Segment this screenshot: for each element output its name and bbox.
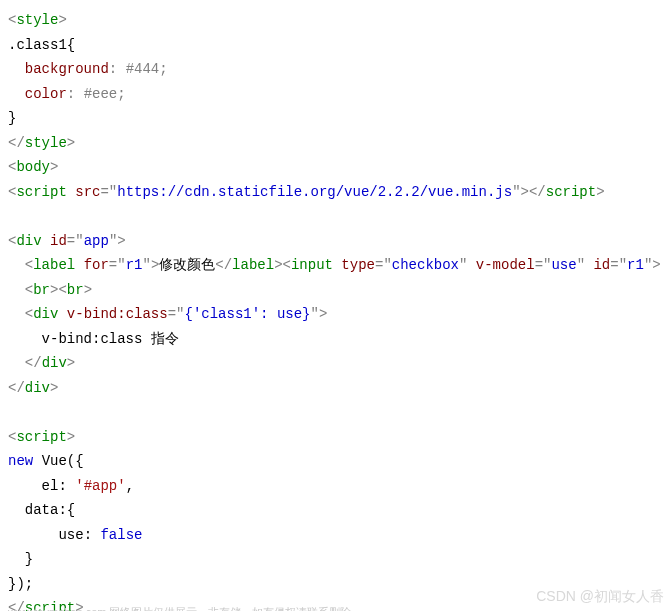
angle-close: > (58, 12, 66, 28)
attr-src: src (75, 184, 100, 200)
attr-val-app: app (84, 233, 109, 249)
watermark-bottom-left: www.toymoban.com 网络图片仅供展示，非存储，如有侵权请联系删除。 (8, 603, 362, 611)
tag-style-close: style (25, 135, 67, 151)
css-val: #444 (126, 61, 160, 77)
css-prop: background (25, 61, 109, 77)
attr-id2: id (593, 257, 610, 273)
kw-new: new (8, 453, 33, 469)
css-selector: .class1{ (8, 37, 75, 53)
attr-vbindclass: v-bind:class (67, 306, 168, 322)
tag-div2: div (33, 306, 58, 322)
bool-false: false (100, 527, 142, 543)
tag-input: input (291, 257, 333, 273)
tag-script2: script (16, 429, 66, 445)
attr-id: id (50, 233, 67, 249)
str-app: #app (84, 478, 118, 494)
css-brace: } (8, 110, 16, 126)
tag-label: label (33, 257, 75, 273)
attr-val-src: https://cdn.staticfile.org/vue/2.2.2/vue… (117, 184, 512, 200)
css-prop: color (25, 86, 67, 102)
tag-script: script (16, 184, 66, 200)
attr-for: for (84, 257, 109, 273)
prop-use: use (58, 527, 83, 543)
tag-body: body (16, 159, 50, 175)
directive-text: v-bind:class 指令 (42, 331, 179, 347)
prop-el: el (42, 478, 59, 494)
label-text: 修改颜色 (159, 257, 215, 273)
attr-vmodel: v-model (476, 257, 535, 273)
prop-data: data (25, 502, 59, 518)
css-val: #eee (84, 86, 118, 102)
tag-style: style (16, 12, 58, 28)
code-block: <style> .class1{ background: #444; color… (8, 8, 664, 611)
attr-type: type (341, 257, 375, 273)
watermark-bottom-right: CSDN @初闻女人香 (536, 584, 664, 609)
tag-br: br (33, 282, 50, 298)
vue-ident: Vue (42, 453, 67, 469)
tag-div: div (16, 233, 41, 249)
